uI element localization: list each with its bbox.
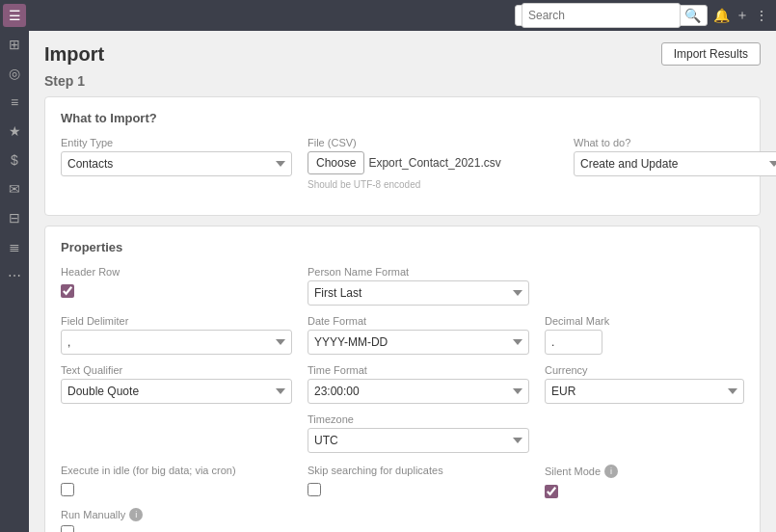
run-manually-label: Run Manually [61, 509, 125, 520]
sidebar-icon-dollar[interactable]: $ [3, 148, 26, 172]
menu-dots-icon[interactable]: ⋮ [755, 8, 768, 23]
decimal-mark-label: Decimal Mark [545, 315, 744, 327]
execute-idle-checkbox-row [61, 483, 292, 496]
person-name-format-group: Person Name Format First Last Last First [308, 266, 529, 306]
header-row-checkbox[interactable] [61, 284, 74, 298]
file-hint: Should be UTF-8 encoded [308, 179, 558, 190]
what-to-import-title: What to Import? [61, 111, 744, 125]
sidebar-icon-mail[interactable]: ✉ [3, 177, 26, 200]
decimal-mark-input[interactable]: . [545, 330, 602, 355]
import-form-row: Entity Type Contacts Leads Accounts Oppo… [61, 137, 744, 190]
time-format-group: Time Format 23:00:00 11:00:00 AM [308, 364, 529, 404]
choose-file-button[interactable]: Choose [308, 151, 364, 174]
page-header: Import Import Results [44, 42, 761, 66]
header-row-group: Header Row [61, 266, 292, 298]
person-name-format-select[interactable]: First Last Last First [308, 280, 529, 306]
bell-icon[interactable]: 🔔 [713, 8, 730, 23]
date-format-select[interactable]: YYYY-MM-DD MM/DD/YYYY DD/MM/YYYY [308, 330, 529, 355]
field-delimiter-group: Field Delimiter , ; \t | [61, 315, 292, 355]
time-format-label: Time Format [308, 364, 529, 376]
text-qualifier-group: Text Qualifier Double Quote Single Quote… [61, 364, 292, 404]
execute-idle-checkbox[interactable] [61, 483, 74, 496]
date-format-label: Date Format [308, 315, 529, 327]
currency-label: Currency [545, 364, 744, 376]
skip-duplicates-group: Skip searching for duplicates [308, 465, 529, 496]
file-input-row: Choose Export_Contact_2021.csv [308, 151, 558, 174]
sidebar-icon-apps[interactable]: ⊞ [3, 33, 26, 56]
header-row-checkbox-row [61, 284, 292, 298]
timezone-select[interactable]: UTC America/New_York Europe/London [308, 428, 529, 453]
entity-type-group: Entity Type Contacts Leads Accounts Oppo… [61, 137, 292, 176]
sidebar-icon-table[interactable]: ⊟ [3, 206, 26, 229]
timezone-label: Timezone [308, 413, 529, 425]
file-name: Export_Contact_2021.csv [368, 156, 500, 170]
execute-idle-group: Execute in idle (for big data; via cron) [61, 465, 292, 496]
currency-select[interactable]: EUR USD GBP [545, 379, 744, 404]
text-qualifier-select[interactable]: Double Quote Single Quote None [61, 379, 292, 404]
sidebar-icon-list[interactable]: ≡ [3, 91, 26, 114]
properties-card: Properties Header Row Person Name Format… [44, 226, 761, 532]
what-to-do-group: What to do? Create and Update Create Onl… [574, 137, 776, 176]
run-manually-group: Run Manually i [61, 508, 744, 532]
search-box[interactable]: 🔍 [515, 5, 708, 26]
sidebar-icon-star[interactable]: ★ [3, 120, 26, 143]
entity-type-select[interactable]: Contacts Leads Accounts Opportunities [61, 151, 292, 176]
skip-duplicates-label: Skip searching for duplicates [308, 465, 529, 476]
silent-mode-checkbox-row [545, 485, 744, 498]
what-to-do-select[interactable]: Create and Update Create Only Update Onl… [574, 151, 776, 176]
main-content: 🔍 🔔 ＋ ⋮ Import Import Results Step 1 Wha… [29, 0, 776, 532]
sidebar-icon-chart[interactable]: ≣ [3, 235, 26, 258]
sidebar-icon-more[interactable]: ⋯ [3, 264, 26, 287]
sidebar-icon-home[interactable]: ☰ [3, 4, 26, 27]
person-name-format-label: Person Name Format [308, 266, 529, 278]
silent-mode-label: Silent Mode [545, 466, 601, 477]
run-manually-info-icon[interactable]: i [129, 508, 143, 521]
run-manually-checkbox-row [61, 525, 744, 532]
properties-title: Properties [61, 240, 744, 254]
page-title: Import [44, 43, 104, 66]
silent-mode-checkbox[interactable] [545, 485, 558, 498]
field-delimiter-label: Field Delimiter [61, 315, 292, 327]
currency-group: Currency EUR USD GBP [545, 364, 744, 404]
search-icon: 🔍 [684, 8, 701, 23]
silent-mode-info-icon[interactable]: i [604, 465, 618, 478]
file-csv-label: File (CSV) [308, 137, 558, 148]
text-qualifier-label: Text Qualifier [61, 364, 292, 376]
field-delimiter-select[interactable]: , ; \t | [61, 330, 292, 355]
timezone-group: Timezone UTC America/New_York Europe/Lon… [308, 413, 529, 453]
topbar: 🔍 🔔 ＋ ⋮ [29, 0, 776, 31]
silent-mode-group: Silent Mode i [545, 465, 744, 498]
skip-duplicates-checkbox[interactable] [308, 483, 321, 496]
step-label: Step 1 [44, 73, 761, 89]
skip-duplicates-checkbox-row [308, 483, 529, 496]
date-format-group: Date Format YYYY-MM-DD MM/DD/YYYY DD/MM/… [308, 315, 529, 355]
time-format-select[interactable]: 23:00:00 11:00:00 AM [308, 379, 529, 404]
what-to-import-card: What to Import? Entity Type Contacts Lea… [44, 96, 761, 216]
decimal-mark-group: Decimal Mark . [545, 315, 744, 355]
entity-type-label: Entity Type [61, 137, 292, 148]
import-results-button[interactable]: Import Results [661, 42, 761, 66]
execute-idle-label: Execute in idle (for big data; via cron) [61, 465, 292, 476]
page-content: Import Import Results Step 1 What to Imp… [29, 31, 776, 532]
file-csv-group: File (CSV) Choose Export_Contact_2021.cs… [308, 137, 558, 190]
run-manually-checkbox[interactable] [61, 525, 74, 532]
header-row-label: Header Row [61, 266, 292, 278]
what-to-do-label: What to do? [574, 137, 776, 148]
plus-icon[interactable]: ＋ [736, 7, 749, 24]
sidebar: ☰ ⊞ ◎ ≡ ★ $ ✉ ⊟ ≣ ⋯ [0, 0, 29, 532]
sidebar-icon-circle[interactable]: ◎ [3, 62, 26, 85]
search-input[interactable] [522, 3, 681, 28]
